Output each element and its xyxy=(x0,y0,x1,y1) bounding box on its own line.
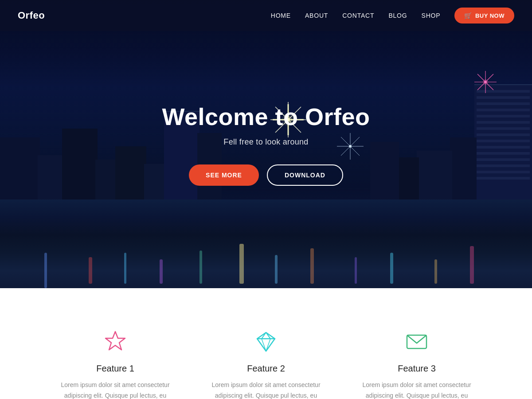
hero-section: Welcome to Orfeo Fell free to look aroun… xyxy=(0,0,532,288)
hero-buttons: SEE MORE DOWNLOAD xyxy=(162,164,370,186)
nav-link-blog[interactable]: BLOG xyxy=(388,12,407,19)
svg-marker-23 xyxy=(257,332,275,351)
nav-item-buy[interactable]: 🛒 BUY NOW xyxy=(454,8,514,23)
hero-water xyxy=(0,200,532,288)
nav-item-about[interactable]: ABOUT xyxy=(305,12,328,20)
nav-link-home[interactable]: HOME xyxy=(271,12,291,19)
see-more-button[interactable]: SEE MORE xyxy=(189,164,259,186)
feature-card-1: Feature 1 Lorem ipsum dolor sit amet con… xyxy=(40,319,191,399)
feature-3-text: Lorem ipsum dolor sit amet consectetur a… xyxy=(355,380,479,399)
svg-marker-22 xyxy=(106,332,125,350)
feature-card-2: Feature 2 Lorem ipsum dolor sit amet con… xyxy=(191,319,341,399)
hero-title: Welcome to Orfeo xyxy=(162,103,370,130)
star-icon xyxy=(102,328,129,355)
nav-link-contact[interactable]: CONTACT xyxy=(342,12,374,19)
download-button[interactable]: DOWNLOAD xyxy=(267,164,343,186)
nav-item-contact[interactable]: CONTACT xyxy=(342,12,374,20)
nav-links: HOME ABOUT CONTACT BLOG SHOP 🛒 BUY NOW xyxy=(271,8,514,23)
feature-1-title: Feature 1 xyxy=(53,364,177,374)
nav-item-home[interactable]: HOME xyxy=(271,12,291,20)
nav-link-about[interactable]: ABOUT xyxy=(305,12,328,19)
nav-item-blog[interactable]: BLOG xyxy=(388,12,407,20)
hero-subtitle: Fell free to look around xyxy=(162,137,370,147)
buy-now-button[interactable]: 🛒 BUY NOW xyxy=(454,8,514,23)
navbar: Orfeo HOME ABOUT CONTACT BLOG SHOP 🛒 BUY… xyxy=(0,0,532,31)
feature-3-title: Feature 3 xyxy=(355,364,479,374)
nav-item-shop[interactable]: SHOP xyxy=(422,12,441,20)
svg-point-16 xyxy=(483,79,488,85)
feature-2-title: Feature 2 xyxy=(204,364,328,374)
feature-card-3: Feature 3 Lorem ipsum dolor sit amet con… xyxy=(341,319,492,399)
starburst-top-right xyxy=(474,71,497,93)
nav-link-shop[interactable]: SHOP xyxy=(422,12,441,19)
feature-1-text: Lorem ipsum dolor sit amet consectetur a… xyxy=(53,380,177,399)
features-section: Feature 1 Lorem ipsum dolor sit amet con… xyxy=(0,288,532,399)
brand-logo[interactable]: Orfeo xyxy=(18,10,45,21)
feature-2-text: Lorem ipsum dolor sit amet consectetur a… xyxy=(204,380,328,399)
mail-icon xyxy=(403,328,430,355)
cart-icon: 🛒 xyxy=(464,12,472,19)
hero-content: Welcome to Orfeo Fell free to look aroun… xyxy=(162,103,370,186)
diamond-icon xyxy=(253,328,279,355)
